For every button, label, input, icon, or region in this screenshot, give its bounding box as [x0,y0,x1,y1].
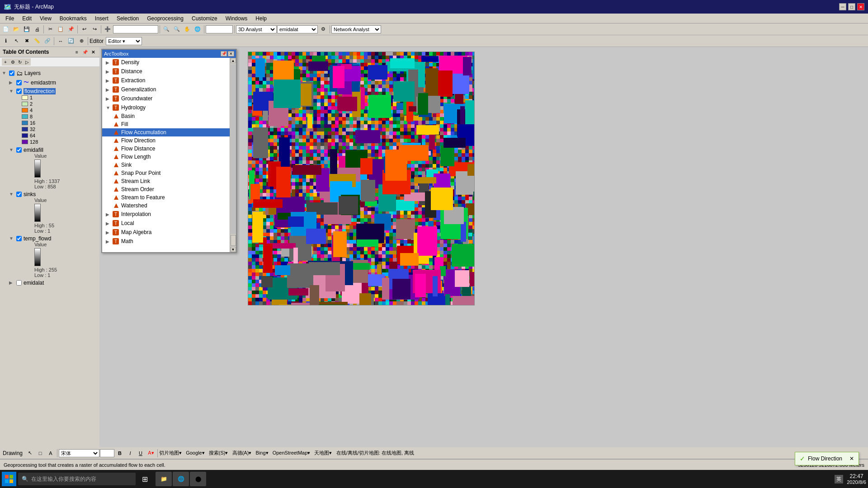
toolbox-map-algebra[interactable]: ▶ T Map Algebra [102,228,230,237]
toolbox-local[interactable]: ▶ T Local [102,219,230,228]
emidastrm-header[interactable]: ▶ 〜 emidastrm [9,79,98,86]
add-data-btn[interactable]: ➕ [103,25,113,34]
measure-btn[interactable]: 📏 [32,37,42,46]
pan-btn[interactable]: ✋ [182,25,192,34]
print-btn[interactable]: 🖨 [32,25,42,34]
toolbox-scrollbar[interactable]: ▲ ▼ [230,58,236,252]
identify-btn[interactable]: ℹ [1,37,11,46]
menu-geoprocessing[interactable]: Geoprocessing [143,14,187,23]
toolbox-flow-accumulation[interactable]: Flow Accumulation [102,128,230,136]
font-selector[interactable]: 宋体 [59,449,99,457]
toc-pin-btn[interactable]: 📌 [81,48,89,56]
zoom-in-btn[interactable]: 🔍 [161,25,171,34]
toolbox-distance[interactable]: ▶ T Distance [102,67,230,76]
menu-help[interactable]: Help [252,14,270,23]
toc-group-layers-header[interactable]: ▼ 🗂 Layers [2,70,98,77]
pan2-btn[interactable]: ↔ [56,37,66,46]
taskbar-browser-btn[interactable]: 🌐 [173,472,189,486]
scroll-down-btn[interactable]: ▼ [231,247,236,252]
emidastrm-checkbox[interactable] [16,80,22,85]
scroll-thumb[interactable] [231,235,236,246]
italic-btn[interactable]: I [125,449,135,458]
menu-selection[interactable]: Selection [113,14,142,23]
toolbox-stream-link[interactable]: Stream Link [102,177,230,185]
toolbox-basin[interactable]: Basin [102,112,230,120]
toolbox-groundwater[interactable]: ▶ T Groundwater [102,94,230,103]
taskbar-chrome-btn[interactable]: ⬤ [190,472,206,486]
toolbox-stream-order[interactable]: Stream Order [102,185,230,193]
draw-shape-btn[interactable]: □ [35,449,45,458]
new-btn[interactable]: 📄 [1,25,11,34]
draw-pointer-btn[interactable]: ↖ [25,449,35,458]
title-bar-controls[interactable]: ─ □ ✕ [839,3,864,10]
menu-edit[interactable]: Edit [19,14,35,23]
toolbox-snap-pour[interactable]: Snap Pour Point [102,169,230,177]
network-dropdown[interactable]: Network Analyst [331,25,381,33]
toolbox-extraction[interactable]: ▶ T Extraction [102,76,230,85]
toolbox-pin-btn[interactable]: 📌 [221,51,227,56]
toc-settings-btn[interactable]: ⚙ [9,58,16,66]
emidalat-header[interactable]: ▶ emidalat [9,280,98,286]
redo-btn[interactable]: ↪ [90,25,99,34]
toc-add-btn[interactable]: + [2,58,9,66]
toolbox-flow-direction[interactable]: Flow Direction [102,136,230,145]
copy-btn[interactable]: 📋 [56,25,66,34]
toc-close-btn[interactable]: ✕ [90,48,97,56]
bold-btn[interactable]: B [115,449,125,458]
emidafill-checkbox[interactable] [16,147,22,153]
toolbox-density[interactable]: ▶ T Density [102,58,230,67]
toolbox-watershed[interactable]: Watershed [102,202,230,210]
toc-expand-btn[interactable]: ▷ [24,58,31,66]
flowdirection-checkbox[interactable] [16,89,22,94]
sinks-checkbox[interactable] [16,192,22,197]
emid-dropdown[interactable]: emidalat [277,25,318,33]
save-btn[interactable]: 💾 [22,25,32,34]
toolbox-flow-distance[interactable]: Flow Distance [102,145,230,153]
emidalat-checkbox[interactable] [16,280,22,286]
toolbox-interpolation[interactable]: ▶ T Interpolation [102,210,230,219]
flowdirection-header[interactable]: ▼ flowdirection [9,88,98,94]
font-color-btn[interactable]: A▾ [146,449,156,458]
toolbox-sink[interactable]: Sink [102,161,230,169]
toolbox-math[interactable]: ▶ T Math [102,237,230,246]
layers-checkbox[interactable] [9,70,14,76]
sinks-header[interactable]: ▼ sinks [9,191,98,197]
rotate-btn[interactable]: 🔄 [66,37,76,46]
menu-bookmarks[interactable]: Bookmarks [56,14,90,23]
toolbox-stream-to-feature[interactable]: Stream to Feature [102,193,230,202]
menu-view[interactable]: View [36,14,55,23]
temp-flowd-header[interactable]: ▼ temp_flowd [9,235,98,242]
minimize-button[interactable]: ─ [839,3,846,10]
toolbox-fill[interactable]: Fill [102,120,230,128]
maximize-button[interactable]: □ [848,3,855,10]
analyst-dropdown[interactable]: 3D Analyst [236,25,277,33]
hyperlink-btn[interactable]: 🔗 [42,37,52,46]
menu-insert[interactable]: Insert [91,14,112,23]
notification-close-btn[interactable]: ✕ [849,455,854,462]
menu-file[interactable]: File [2,14,18,23]
zoom-fixed-btn[interactable]: ⊕ [76,37,86,46]
taskbar-search[interactable]: 🔍 在这里输入你要搜索的内容 [18,473,136,485]
toolbox-flow-length[interactable]: Flow Length [102,153,230,161]
cut-btn[interactable]: ✂ [45,25,55,34]
menu-customize[interactable]: Customize [188,14,221,23]
font-size-input[interactable]: 10 [100,449,114,457]
toc-list-view-btn[interactable]: ≡ [73,48,80,56]
select-btn[interactable]: ↖ [11,37,21,46]
coord-input[interactable]: 1:41, 063 [113,25,158,33]
toolbox-generalization[interactable]: ▶ T Generalization [102,85,230,94]
toolbox-hydrology[interactable]: ▼ T Hydrology [102,103,230,112]
zoom-level[interactable]: 100% [206,25,233,33]
taskbar-explorer-btn[interactable]: 📁 [156,472,172,486]
draw-text-btn[interactable]: A [46,449,56,458]
close-button[interactable]: ✕ [857,3,864,10]
toc-refresh-btn[interactable]: ↻ [16,58,24,66]
scroll-up-btn[interactable]: ▲ [231,58,236,63]
start-button[interactable] [2,472,16,486]
zoom-out-btn[interactable]: 🔍 [172,25,182,34]
taskview-button[interactable]: ⊞ [137,472,152,486]
clear-sel-btn[interactable]: ✖ [22,37,32,46]
undo-btn[interactable]: ↩ [79,25,89,34]
paste-btn[interactable]: 📌 [66,25,76,34]
temp-flowd-checkbox[interactable] [16,236,22,241]
